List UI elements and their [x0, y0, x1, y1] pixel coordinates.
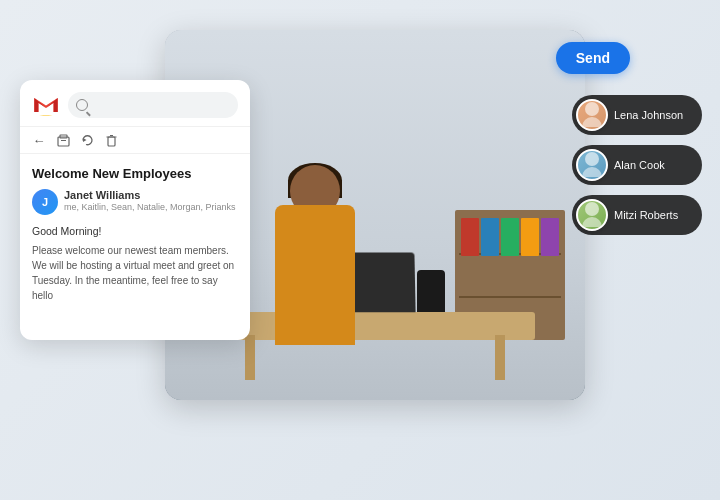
recipient-avatar-3	[576, 199, 608, 231]
gmail-logo-icon	[32, 94, 60, 116]
refresh-button[interactable]	[80, 133, 94, 147]
gmail-card: ← Welcome New Employees J Janet Williams…	[20, 80, 250, 340]
desk	[215, 312, 535, 340]
recipient-avatar-2	[576, 149, 608, 181]
gmail-header	[20, 80, 250, 127]
svg-marker-11	[83, 138, 87, 142]
svg-rect-12	[108, 137, 115, 146]
gmail-toolbar: ←	[20, 127, 250, 154]
archive-button[interactable]	[56, 133, 70, 147]
person-figure	[275, 205, 355, 345]
sender-recipients: me, Kaitlin, Sean, Natalie, Morgan, Pria…	[64, 202, 238, 212]
search-icon	[76, 99, 88, 111]
email-body-text: Please welcome our newest team members. …	[32, 243, 238, 303]
main-scene: ← Welcome New Employees J Janet Williams…	[0, 0, 720, 500]
email-subject: Welcome New Employees	[32, 166, 238, 181]
recipient-name-3: Mitzi Roberts	[614, 209, 678, 221]
send-button[interactable]: Send	[556, 42, 630, 74]
delete-button[interactable]	[104, 133, 118, 147]
sender-row: J Janet Williams me, Kaitlin, Sean, Nata…	[32, 189, 238, 215]
recipient-avatar-1	[576, 99, 608, 131]
sender-avatar: J	[32, 189, 58, 215]
back-button[interactable]: ←	[32, 133, 46, 147]
sender-name: Janet Williams	[64, 189, 238, 201]
recipient-item-2: Alan Cook	[572, 145, 702, 185]
recipient-item-3: Mitzi Roberts	[572, 195, 702, 235]
recipients-panel: Lena Johnson Alan Cook Mitzi Roberts	[572, 95, 702, 235]
sender-info: Janet Williams me, Kaitlin, Sean, Natali…	[64, 189, 238, 212]
gmail-email-body: Welcome New Employees J Janet Williams m…	[20, 154, 250, 315]
recipient-item-1: Lena Johnson	[572, 95, 702, 135]
gmail-search-bar[interactable]	[68, 92, 238, 118]
recipient-name-1: Lena Johnson	[614, 109, 683, 121]
email-greeting: Good Morning!	[32, 225, 238, 237]
recipient-name-2: Alan Cook	[614, 159, 665, 171]
